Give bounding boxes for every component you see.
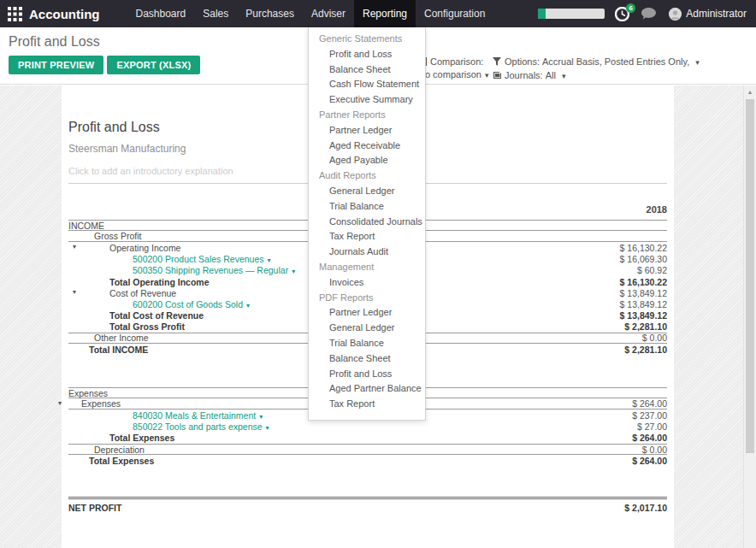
nav-item-purchases[interactable]: Purchases bbox=[237, 0, 303, 27]
reporting-dropdown: Generic StatementsProfit and LossBalance… bbox=[308, 27, 426, 421]
apps-grid-icon[interactable] bbox=[8, 7, 22, 21]
fold-caret-icon[interactable]: ▾ bbox=[73, 243, 76, 250]
row-label: Total Operating Income bbox=[68, 277, 209, 287]
account-link[interactable]: 600200 Cost of Goods Sold▾ bbox=[68, 299, 250, 309]
menu-item[interactable]: Profit and Loss bbox=[309, 367, 425, 382]
print-preview-button[interactable]: PRINT PREVIEW bbox=[9, 56, 103, 74]
nav-item-configuration[interactable]: Configuration bbox=[416, 0, 493, 27]
row-value: $ 27.00 bbox=[637, 421, 667, 432]
menu-item[interactable]: Balance Sheet bbox=[309, 62, 425, 78]
row-label: Total Expenses bbox=[68, 433, 174, 443]
nav-item-sales[interactable]: Sales bbox=[194, 0, 237, 27]
user-avatar[interactable] bbox=[669, 8, 682, 21]
menu-item[interactable]: General Ledger bbox=[309, 184, 425, 199]
row-value: $ 13,849.12 bbox=[620, 310, 667, 321]
row-value: $ 16,130.22 bbox=[620, 277, 667, 287]
scroll-up-arrow-icon[interactable]: ▲ bbox=[744, 85, 756, 97]
comparison-filter: Comparison: No comparison bbox=[418, 56, 489, 82]
row-label: Total Expenses bbox=[68, 456, 154, 466]
journals-dropdown[interactable]: Journals: All bbox=[493, 69, 700, 83]
nav-item-dashboard[interactable]: Dashboard bbox=[127, 0, 195, 27]
row-value: $ 13,849.12 bbox=[620, 288, 667, 298]
menu-item[interactable]: Tax Report bbox=[309, 229, 425, 245]
report-row: 850022 Tools and parts expense▾$ 27.00 bbox=[68, 421, 667, 433]
menu-item[interactable]: Trial Balance bbox=[309, 336, 425, 351]
menu-item[interactable]: Trial Balance bbox=[309, 199, 425, 215]
action-buttons: PRINT PREVIEW EXPORT (XLSX) bbox=[9, 56, 200, 74]
vertical-scrollbar[interactable]: ▲ bbox=[743, 85, 756, 548]
menu-section-header: Generic Statements bbox=[309, 32, 425, 47]
account-caret-icon: ▾ bbox=[292, 268, 295, 275]
options-label: Options: bbox=[505, 56, 540, 67]
account-caret-icon: ▾ bbox=[266, 424, 269, 432]
menu-item[interactable]: Executive Summary bbox=[309, 92, 425, 108]
row-label: Total INCOME bbox=[68, 345, 148, 355]
report-row: Total Expenses$ 264.00 bbox=[68, 433, 667, 444]
menu-item[interactable]: Balance Sheet bbox=[309, 351, 425, 367]
menu-section-header: Partner Reports bbox=[309, 108, 425, 123]
journals-book-icon bbox=[493, 71, 501, 80]
timer-bar[interactable] bbox=[538, 9, 605, 19]
row-value: $ 0.00 bbox=[642, 445, 667, 455]
row-label: Operating Income bbox=[68, 243, 180, 253]
row-value: $ 16,069.30 bbox=[620, 254, 667, 264]
menu-item[interactable]: Invoices bbox=[309, 275, 425, 291]
menu-item[interactable]: Profit and Loss bbox=[309, 47, 425, 62]
row-label: INCOME bbox=[68, 221, 104, 231]
row-label: Expenses bbox=[68, 388, 108, 398]
nav-menu: DashboardSalesPurchasesAdviserReportingC… bbox=[127, 0, 494, 27]
export-xlsx-button[interactable]: EXPORT (XLSX) bbox=[107, 56, 200, 74]
row-value: $ 13,849.12 bbox=[620, 299, 667, 309]
menu-item[interactable]: Aged Receivable bbox=[309, 138, 425, 154]
menu-item[interactable]: General Ledger bbox=[309, 321, 425, 336]
activity-badge: 6 bbox=[626, 3, 635, 13]
menu-item[interactable]: Aged Partner Balance bbox=[309, 381, 425, 397]
menu-item[interactable]: Tax Report bbox=[309, 397, 425, 412]
scrollbar-thumb[interactable] bbox=[746, 99, 754, 453]
row-value: $ 60.92 bbox=[637, 265, 667, 275]
row-value: $ 2,017.10 bbox=[624, 503, 667, 513]
row-label: Total Gross Profit bbox=[68, 321, 185, 332]
comparison-label: Comparison: bbox=[430, 56, 483, 67]
comparison-dropdown[interactable]: No comparison bbox=[418, 68, 489, 82]
activity-clock-icon[interactable]: 6 bbox=[615, 7, 629, 21]
report-company: Steersman Manufacturing bbox=[68, 143, 186, 155]
fold-caret-icon[interactable]: ▾ bbox=[73, 288, 76, 296]
menu-item[interactable]: Journals Audit bbox=[309, 245, 425, 260]
column-header-year: 2018 bbox=[647, 204, 667, 215]
row-label: NET PROFIT bbox=[68, 503, 121, 513]
app-brand[interactable]: Accounting bbox=[29, 7, 100, 21]
row-label: Total Cost of Revenue bbox=[68, 310, 204, 321]
messages-icon[interactable] bbox=[641, 8, 656, 20]
options-dropdown[interactable]: Options: Accrual Basis, Posted Entries O… bbox=[493, 56, 700, 69]
row-value: $ 264.00 bbox=[632, 433, 667, 443]
row-value: $ 16,130.22 bbox=[620, 243, 667, 253]
nav-item-reporting[interactable]: Reporting bbox=[354, 0, 416, 27]
fold-caret-icon[interactable]: ▾ bbox=[58, 399, 62, 407]
menu-item[interactable]: Cash Flow Statement bbox=[309, 77, 425, 92]
row-label: Expenses bbox=[68, 398, 121, 409]
account-link[interactable]: 850022 Tools and parts expense▾ bbox=[68, 421, 269, 432]
account-caret-icon: ▾ bbox=[268, 256, 271, 264]
account-link[interactable]: 500350 Shipping Revenues — Regular▾ bbox=[68, 265, 295, 275]
report-row: Total Expenses$ 264.00 bbox=[68, 455, 667, 466]
row-label: Other Income bbox=[68, 333, 149, 343]
menu-item[interactable]: Aged Payable bbox=[309, 153, 425, 168]
filter-funnel-icon bbox=[493, 57, 501, 66]
user-menu[interactable]: Administrator bbox=[686, 8, 747, 20]
double-rule bbox=[68, 497, 667, 499]
breadcrumb: Profit and Loss bbox=[9, 34, 100, 50]
menu-item[interactable]: Partner Ledger bbox=[309, 123, 425, 138]
account-caret-icon: ▾ bbox=[259, 413, 263, 421]
net-profit-row: NET PROFIT $ 2,017.10 bbox=[68, 501, 667, 514]
menu-item[interactable]: Consolidated Journals bbox=[309, 215, 425, 230]
menu-item[interactable]: Partner Ledger bbox=[309, 305, 425, 321]
row-label: Cost of Revenue bbox=[68, 288, 176, 298]
systray: 6 Administrator bbox=[538, 7, 756, 21]
account-link[interactable]: 840030 Meals & Entertainment▾ bbox=[68, 410, 263, 421]
account-link[interactable]: 500200 Product Sales Revenues▾ bbox=[68, 254, 271, 264]
net-profit-section: NET PROFIT $ 2,017.10 bbox=[68, 497, 667, 514]
row-value: $ 264.00 bbox=[632, 456, 667, 466]
nav-item-adviser[interactable]: Adviser bbox=[303, 0, 354, 27]
row-value: $ 264.00 bbox=[632, 398, 667, 409]
